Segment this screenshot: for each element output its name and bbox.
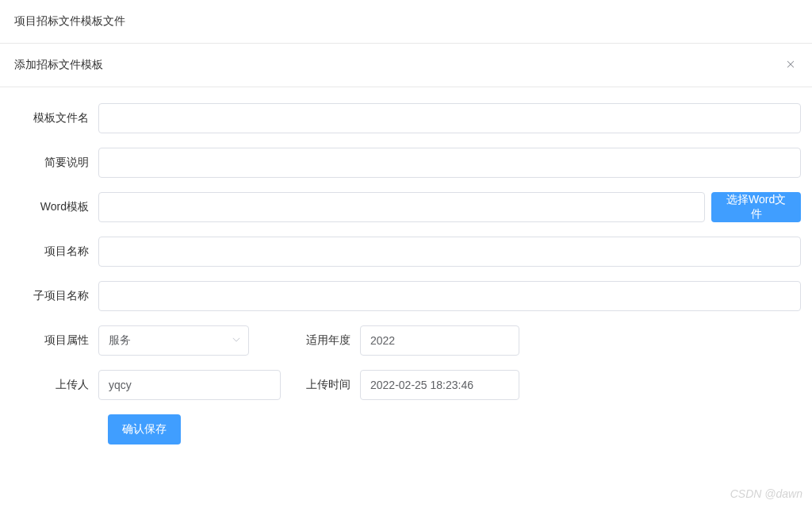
row-sub-project-name: 子项目名称: [11, 281, 801, 311]
applicable-year-input[interactable]: [360, 325, 519, 356]
submit-row: 确认保存: [11, 414, 801, 444]
row-uploader-time: 上传人 上传时间: [11, 370, 801, 400]
row-project-attr-year: 项目属性 适用年度: [11, 325, 801, 356]
form-body: 模板文件名 简要说明 Word模板 选择Word文件 项目名称 子项目名称 项目…: [0, 87, 812, 460]
label-template-file-name: 模板文件名: [11, 111, 98, 125]
dialog-title: 添加招标文件模板: [14, 58, 103, 72]
close-button[interactable]: [783, 58, 798, 72]
row-brief-desc: 简要说明: [11, 148, 801, 178]
uploader-input[interactable]: [98, 370, 281, 400]
label-sub-project-name: 子项目名称: [11, 289, 98, 303]
close-icon: [785, 59, 796, 72]
brief-desc-input[interactable]: [98, 148, 801, 178]
label-project-name: 项目名称: [11, 244, 98, 259]
watermark: CSDN @dawn: [730, 487, 802, 500]
row-project-name: 项目名称: [11, 237, 801, 267]
confirm-save-button[interactable]: 确认保存: [108, 414, 181, 444]
label-applicable-year: 适用年度: [281, 333, 360, 348]
template-file-name-input[interactable]: [98, 103, 801, 133]
row-template-file-name: 模板文件名: [11, 103, 801, 133]
label-project-attr: 项目属性: [11, 333, 98, 348]
label-word-template: Word模板: [11, 200, 98, 214]
sub-project-name-input[interactable]: [98, 281, 801, 311]
label-upload-time: 上传时间: [281, 378, 360, 392]
select-word-file-button[interactable]: 选择Word文件: [711, 192, 801, 222]
word-template-input[interactable]: [98, 192, 705, 222]
upload-time-input[interactable]: [360, 370, 519, 400]
project-attr-select[interactable]: [98, 325, 249, 356]
label-brief-desc: 简要说明: [11, 156, 98, 170]
row-word-template: Word模板 选择Word文件: [11, 192, 801, 222]
page-title: 项目招标文件模板文件: [0, 0, 812, 44]
label-uploader: 上传人: [11, 378, 98, 392]
project-attr-value[interactable]: [98, 325, 249, 356]
project-name-input[interactable]: [98, 237, 801, 267]
dialog-header: 添加招标文件模板: [0, 44, 812, 87]
